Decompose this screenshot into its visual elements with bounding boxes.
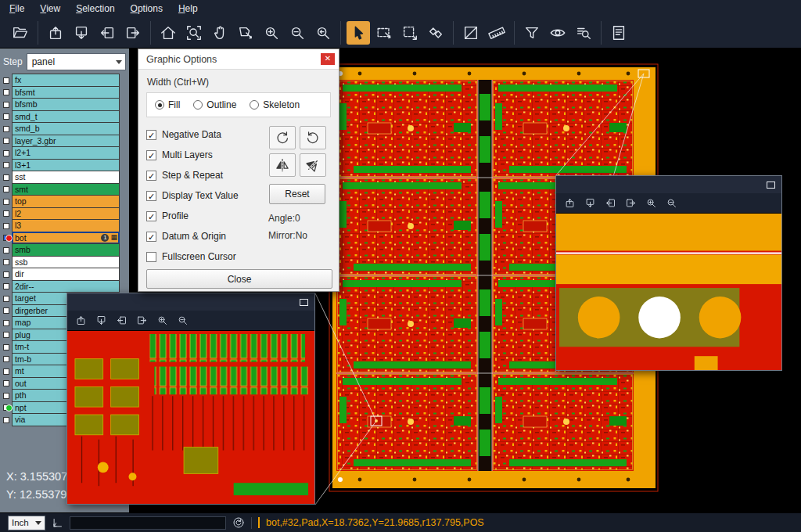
refresh-icon[interactable]	[232, 516, 245, 529]
option-checkbox-display-text-value[interactable]: ✓Display Text Value	[146, 185, 264, 206]
layer-name-layer_3.gbr[interactable]: layer_3.gbr	[12, 135, 120, 148]
layer-row-layer_3.gbr[interactable]: layer_3.gbr	[1, 135, 129, 148]
toolbar-button-box-arrow-up[interactable]	[44, 21, 67, 45]
rotate-cw-button[interactable]	[269, 126, 296, 149]
layer-visibility-cell[interactable]	[1, 329, 12, 342]
layer-visibility-cell[interactable]	[1, 281, 12, 293]
layer-checkbox[interactable]	[3, 417, 9, 423]
layer-checkbox[interactable]	[3, 356, 9, 362]
layer-row-smd_b[interactable]: smd_b	[1, 123, 129, 135]
layer-checkbox[interactable]	[3, 307, 9, 314]
option-checkbox-fullscreen-cursor[interactable]: Fullscreen Cursor	[146, 246, 264, 267]
layer-visibility-cell[interactable]	[1, 74, 12, 87]
step-select[interactable]: panel	[27, 53, 126, 70]
layer-name-l3+1[interactable]: l3+1	[12, 159, 120, 172]
magnifier-bottom-left-view[interactable]	[67, 331, 314, 504]
toolbar-button-cursor[interactable]	[347, 21, 370, 45]
layer-row-top[interactable]: top	[1, 196, 129, 208]
option-checkbox-step-repeat[interactable]: ✓Step & Repeat	[146, 165, 264, 185]
layer-visibility-cell[interactable]	[1, 390, 12, 402]
layer-name-l2[interactable]: l2	[12, 207, 120, 221]
layer-checkbox[interactable]	[3, 271, 9, 278]
layer-checkbox[interactable]	[3, 210, 9, 217]
dialog-titlebar[interactable]: Graphic Options ✕	[138, 49, 339, 70]
toolbar-button-eye[interactable]	[546, 21, 569, 45]
layer-visibility-cell[interactable]	[1, 378, 12, 390]
layer-visibility-cell[interactable]	[1, 111, 12, 124]
toolbar-button-pan-hand[interactable]	[208, 21, 232, 45]
toolbar-button-zoom-fit[interactable]	[182, 21, 206, 45]
magnifier-button-zoom-out[interactable]	[177, 315, 189, 326]
command-input[interactable]	[70, 516, 226, 530]
flip-horizontal-button[interactable]	[269, 153, 296, 177]
layer-checkbox[interactable]	[3, 332, 9, 338]
layer-name-fx[interactable]: fx	[12, 74, 120, 87]
layer-visibility-cell[interactable]	[1, 123, 12, 135]
layer-visibility-cell[interactable]	[1, 147, 12, 160]
toolbar-button-home[interactable]	[156, 21, 180, 45]
layer-checkbox[interactable]	[3, 283, 9, 289]
layer-visibility-cell[interactable]	[1, 305, 12, 318]
layer-visibility-cell[interactable]	[1, 317, 12, 329]
layer-checkbox[interactable]	[3, 89, 9, 95]
layer-row-sst[interactable]: sst	[1, 171, 129, 184]
layer-name-2dir--[interactable]: 2dir--	[12, 280, 120, 293]
menu-item-view[interactable]: View	[40, 3, 60, 14]
layer-checkbox[interactable]	[3, 344, 9, 350]
menu-item-help[interactable]: Help	[178, 3, 198, 14]
layer-row-bot[interactable]: bot1▦	[1, 232, 129, 245]
layer-row-bfsmt[interactable]: bfsmt	[1, 87, 129, 99]
layer-name-smb[interactable]: smb	[12, 243, 120, 257]
menu-item-file[interactable]: File	[9, 3, 24, 14]
layer-row-2dir--[interactable]: 2dir--	[1, 281, 129, 293]
magnifier-button-box-arrow-down[interactable]	[95, 315, 107, 326]
layer-checkbox[interactable]	[3, 380, 9, 386]
layer-checkbox[interactable]	[3, 186, 9, 192]
layer-checkbox[interactable]	[3, 259, 9, 265]
layer-row-l2[interactable]: l2	[1, 208, 129, 221]
layer-row-ssb[interactable]: ssb	[1, 257, 129, 269]
layer-checkbox[interactable]	[3, 138, 9, 144]
layer-visibility-cell[interactable]	[1, 268, 12, 281]
layer-checkbox[interactable]	[3, 150, 9, 156]
magnifier-button-box-arrow-up[interactable]	[75, 315, 87, 326]
layer-row-l3[interactable]: l3	[1, 220, 129, 232]
layer-row-smb[interactable]: smb	[1, 244, 129, 257]
layer-checkbox[interactable]	[3, 393, 9, 399]
layer-name-smt[interactable]: smt	[12, 183, 120, 196]
flip-diagonal-button[interactable]	[300, 153, 326, 177]
layer-name-sst[interactable]: sst	[12, 171, 120, 184]
menu-item-selection[interactable]: Selection	[76, 3, 114, 14]
layer-row-dir[interactable]: dir	[1, 268, 129, 281]
magnifier-titlebar[interactable]	[556, 176, 781, 193]
layer-visibility-cell[interactable]	[1, 257, 12, 269]
layer-visibility-cell[interactable]	[1, 293, 12, 305]
menu-item-options[interactable]: Options	[131, 3, 163, 14]
toolbar-button-zoom-out[interactable]	[286, 21, 309, 45]
option-checkbox-profile[interactable]: ✓Profile	[146, 206, 264, 226]
option-checkbox-negative-data[interactable]: ✓Negative Data	[146, 124, 264, 145]
option-checkbox-datum-origin[interactable]: ✓Datum & Origin	[146, 226, 264, 246]
magnifier-button-zoom-in[interactable]	[645, 197, 657, 209]
toolbar-button-box-arrow-left[interactable]	[95, 21, 119, 45]
toolbar-button-zoom-in[interactable]	[260, 21, 283, 45]
layer-visibility-cell[interactable]	[1, 208, 12, 221]
layer-checkbox[interactable]	[3, 320, 9, 326]
layer-visibility-cell[interactable]	[1, 244, 12, 257]
layer-name-bfsmt[interactable]: bfsmt	[12, 86, 120, 99]
layer-checkbox[interactable]	[3, 102, 9, 108]
layer-visibility-cell[interactable]	[1, 184, 12, 196]
magnifier-right-view[interactable]	[556, 214, 781, 370]
unit-select[interactable]: Inch	[8, 516, 45, 530]
layer-row-fx[interactable]: fx	[1, 74, 129, 87]
magnifier-titlebar[interactable]	[67, 293, 314, 311]
layer-visibility-cell[interactable]	[1, 160, 12, 172]
layer-visibility-cell[interactable]	[1, 354, 12, 366]
layer-visibility-cell[interactable]	[1, 365, 12, 378]
rotate-ccw-button[interactable]	[300, 126, 326, 149]
layer-checkbox[interactable]	[3, 174, 9, 181]
option-checkbox-multi-layers[interactable]: ✓Multi Layers	[146, 145, 264, 165]
toolbar-button-report[interactable]	[607, 21, 630, 45]
toolbar-button-measure-diagonal[interactable]	[459, 21, 483, 45]
magnifier-button-box-arrow-left[interactable]	[116, 315, 128, 326]
